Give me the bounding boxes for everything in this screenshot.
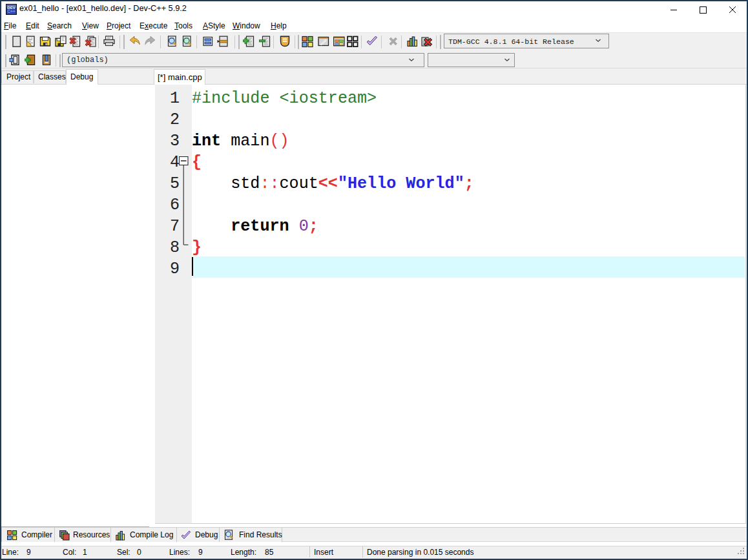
svg-text:C++: C++ <box>7 9 15 14</box>
